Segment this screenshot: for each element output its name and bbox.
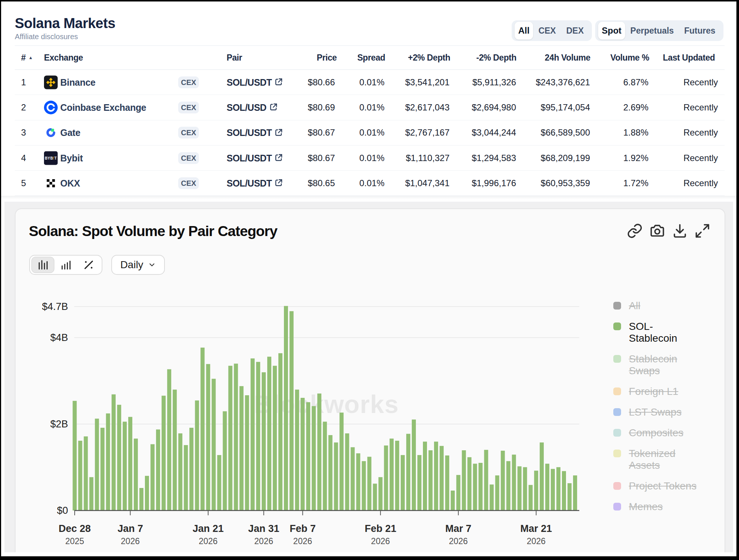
svg-text:Mar 21: Mar 21 xyxy=(521,523,552,534)
svg-text:2025: 2025 xyxy=(65,536,84,546)
svg-text:Dec 28: Dec 28 xyxy=(58,523,91,534)
svg-text:2026: 2026 xyxy=(199,536,217,546)
svg-text:2026: 2026 xyxy=(254,536,273,546)
svg-text:Jan 21: Jan 21 xyxy=(193,523,224,534)
svg-text:2026: 2026 xyxy=(371,536,390,546)
svg-text:$2B: $2B xyxy=(50,419,68,430)
svg-text:$4.7B: $4.7B xyxy=(42,301,68,312)
svg-text:$4B: $4B xyxy=(50,332,68,343)
svg-text:2026: 2026 xyxy=(293,536,312,546)
svg-text:Feb 7: Feb 7 xyxy=(289,523,316,534)
svg-text:Feb 21: Feb 21 xyxy=(365,523,396,534)
svg-text:2026: 2026 xyxy=(527,536,546,546)
svg-text:Jan 31: Jan 31 xyxy=(248,523,279,534)
svg-text:Mar 7: Mar 7 xyxy=(445,523,472,534)
svg-text:2026: 2026 xyxy=(121,536,140,546)
svg-text:2026: 2026 xyxy=(449,536,468,546)
svg-text:$0: $0 xyxy=(57,505,68,516)
svg-text:Jan 7: Jan 7 xyxy=(118,523,143,534)
